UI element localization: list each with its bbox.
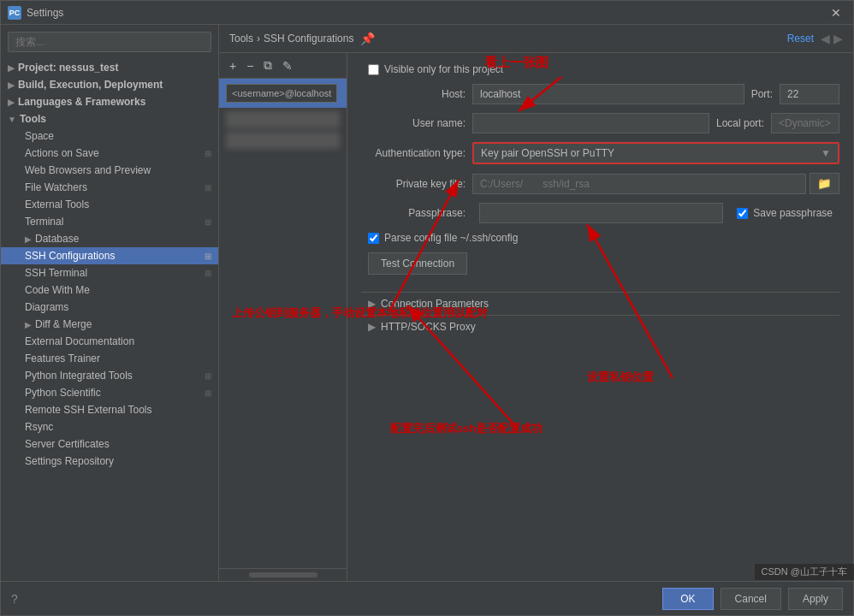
sidebar-item-features-trainer[interactable]: Features Trainer [1, 350, 218, 367]
sidebar-item-languages[interactable]: ▶ Languages & Frameworks [1, 93, 218, 110]
config-entry-item[interactable]: <username>@localhost [219, 79, 347, 108]
http-socks-label: HTTP/SOCKS Proxy [381, 321, 476, 333]
username-input[interactable] [472, 113, 709, 133]
chevron-right-icon: ▶ [25, 234, 32, 244]
visible-only-label: Visible only for this project [384, 63, 503, 75]
visible-only-row: Visible only for this project [361, 63, 839, 75]
right-panel: Tools › SSH Configurations 📌 Reset ◀ ▶ + [219, 25, 853, 581]
config-list: + − ⧉ ✎ <username>@localhost [219, 53, 347, 581]
private-key-row: Private key file: 📁 [361, 173, 839, 194]
search-input[interactable] [8, 32, 211, 52]
triangle-right-icon: ▶ [368, 321, 376, 333]
sidebar-item-external-doc[interactable]: External Documentation [1, 333, 218, 350]
settings-window: PC Settings ✕ ▶ Project: nessus_test ▶ B… [0, 0, 854, 616]
pin-icon[interactable]: 📌 [360, 32, 375, 45]
nav-tree: ▶ Project: nessus_test ▶ Build, Executio… [1, 59, 218, 581]
save-passphrase-wrapper: Save passphrase [737, 207, 833, 219]
private-key-label: Private key file: [361, 178, 472, 190]
sidebar-item-space[interactable]: Space [1, 127, 218, 145]
sidebar-item-actions-on-save[interactable]: Actions on Save ⊞ [1, 145, 218, 162]
save-passphrase-label: Save passphrase [753, 207, 833, 219]
passphrase-input[interactable] [479, 203, 723, 223]
sidebar-item-rsync[interactable]: Rsync [1, 418, 218, 435]
chevron-right-icon: ▶ [25, 320, 32, 329]
edit-config-button[interactable]: ✎ [279, 57, 296, 74]
sidebar-item-settings-repository[interactable]: Settings Repository [1, 453, 218, 470]
test-connection-wrapper: Test Connection [361, 252, 839, 283]
save-passphrase-checkbox[interactable] [737, 208, 748, 219]
breadcrumb-parent: Tools [229, 33, 253, 44]
forward-arrow-icon[interactable]: ▶ [833, 32, 843, 45]
sidebar-item-terminal[interactable]: Terminal ⊞ [1, 213, 218, 230]
http-socks-collapsible[interactable]: ▶ HTTP/SOCKS Proxy [361, 315, 839, 338]
connection-params-label: Connection Parameters [381, 298, 489, 310]
external-icon: ⊞ [205, 388, 211, 398]
sidebar-item-ssh-terminal[interactable]: SSH Terminal ⊞ [1, 264, 218, 281]
back-arrow-icon[interactable]: ◀ [821, 32, 830, 45]
breadcrumb-bar: Tools › SSH Configurations 📌 Reset ◀ ▶ [219, 25, 853, 53]
test-connection-button[interactable]: Test Connection [368, 252, 467, 275]
titlebar: PC Settings ✕ [1, 1, 853, 25]
visible-only-checkbox[interactable] [368, 64, 379, 75]
parse-config-row: Parse config file ~/.ssh/config [361, 232, 839, 244]
sidebar-item-python-integrated[interactable]: Python Integrated Tools ⊞ [1, 367, 218, 384]
copy-config-button[interactable]: ⧉ [260, 56, 276, 74]
sidebar-item-python-scientific[interactable]: Python Scientific ⊞ [1, 384, 218, 401]
sidebar-item-file-watchers[interactable]: File Watchers ⊞ [1, 179, 218, 196]
sidebar-item-external-tools[interactable]: External Tools [1, 196, 218, 213]
passphrase-label: Passphrase: [361, 207, 472, 219]
sidebar-item-tools[interactable]: ▼ Tools [1, 110, 218, 127]
mini-scrollbar[interactable] [249, 572, 317, 578]
file-browse-button[interactable]: 📁 [810, 173, 839, 194]
add-config-button[interactable]: + [226, 57, 240, 74]
sidebar-item-server-certificates[interactable]: Server Certificates [1, 435, 218, 453]
sidebar-item-build[interactable]: ▶ Build, Execution, Deployment [1, 76, 218, 93]
auth-type-row: Authentication type: Password Key pair O… [361, 142, 839, 164]
cancel-button[interactable]: Cancel [721, 588, 781, 610]
local-port-label: Local port: [716, 117, 764, 129]
sidebar-item-diagrams[interactable]: Diagrams [1, 299, 218, 316]
chevron-right-icon: ▶ [8, 98, 15, 107]
parse-config-checkbox[interactable] [368, 233, 379, 244]
auth-type-select[interactable]: Password Key pair OpenSSH or PuTTY OpenS… [474, 144, 838, 163]
triangle-right-icon: ▶ [368, 298, 376, 310]
port-input[interactable] [780, 84, 839, 104]
private-key-input[interactable] [472, 174, 806, 194]
ok-button[interactable]: OK [662, 588, 713, 610]
chevron-right-icon: ▶ [8, 63, 15, 73]
apply-button[interactable]: Apply [788, 588, 843, 610]
local-port-input[interactable] [771, 113, 839, 133]
host-input[interactable] [472, 84, 744, 104]
host-port-row: Host: Port: [361, 84, 839, 104]
external-icon: ⊞ [205, 269, 211, 278]
chevron-right-icon: ▶ [8, 80, 15, 90]
window-title: Settings [27, 7, 826, 19]
sidebar-item-remote-ssh[interactable]: Remote SSH External Tools [1, 401, 218, 418]
nav-arrows: ◀ ▶ [821, 32, 843, 45]
passphrase-row: Passphrase: Save passphrase [361, 203, 839, 223]
sidebar-item-database[interactable]: ▶ Database [1, 230, 218, 247]
sidebar: ▶ Project: nessus_test ▶ Build, Executio… [1, 25, 219, 581]
breadcrumb: Tools › SSH Configurations [229, 33, 353, 44]
scrollbar-area [219, 568, 347, 581]
auth-type-label: Authentication type: [361, 147, 472, 159]
connection-params-collapsible[interactable]: ▶ Connection Parameters [361, 292, 839, 315]
help-icon[interactable]: ? [11, 592, 18, 606]
sidebar-item-ssh-configurations[interactable]: SSH Configurations ⊞ [1, 247, 218, 264]
main-content: ▶ Project: nessus_test ▶ Build, Executio… [1, 25, 853, 581]
remove-config-button[interactable]: − [243, 57, 257, 74]
auth-type-wrapper: Password Key pair OpenSSH or PuTTY OpenS… [472, 142, 839, 164]
search-box [1, 25, 218, 59]
app-icon: PC [8, 6, 21, 20]
sidebar-item-project[interactable]: ▶ Project: nessus_test [1, 59, 218, 76]
bottom-bar: ? OK Cancel Apply [1, 581, 853, 615]
sidebar-item-code-with-me[interactable]: Code With Me [1, 281, 218, 299]
reset-button[interactable]: Reset [787, 33, 814, 44]
sidebar-item-web-browsers[interactable]: Web Browsers and Preview [1, 162, 218, 179]
close-button[interactable]: ✕ [826, 4, 846, 21]
breadcrumb-separator: › [257, 33, 260, 44]
sidebar-item-diff-merge[interactable]: ▶ Diff & Merge [1, 316, 218, 333]
port-label: Port: [751, 88, 773, 100]
parse-config-label: Parse config file ~/.ssh/config [384, 232, 518, 244]
config-toolbar: + − ⧉ ✎ [219, 53, 347, 79]
